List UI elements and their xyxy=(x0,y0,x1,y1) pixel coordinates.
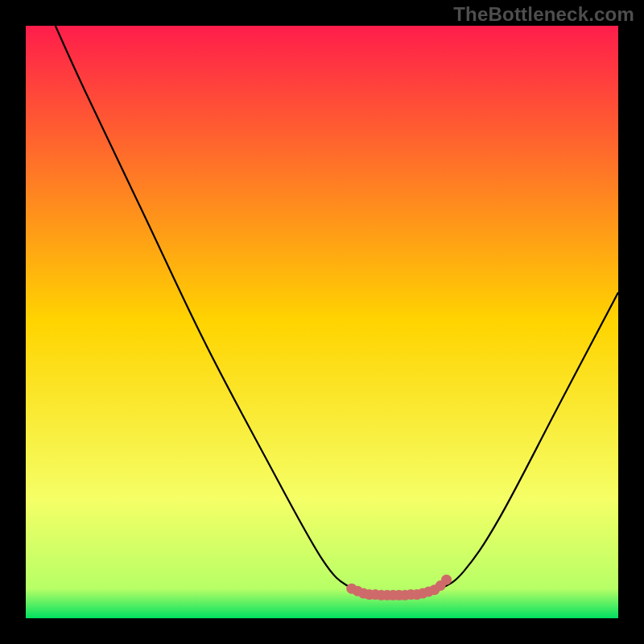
watermark-text: TheBottleneck.com xyxy=(453,3,634,26)
gradient-background xyxy=(26,26,618,618)
chart-svg xyxy=(26,26,618,618)
chart-frame: TheBottleneck.com xyxy=(0,0,644,644)
marker-dot xyxy=(441,575,452,585)
plot-area xyxy=(26,26,618,618)
